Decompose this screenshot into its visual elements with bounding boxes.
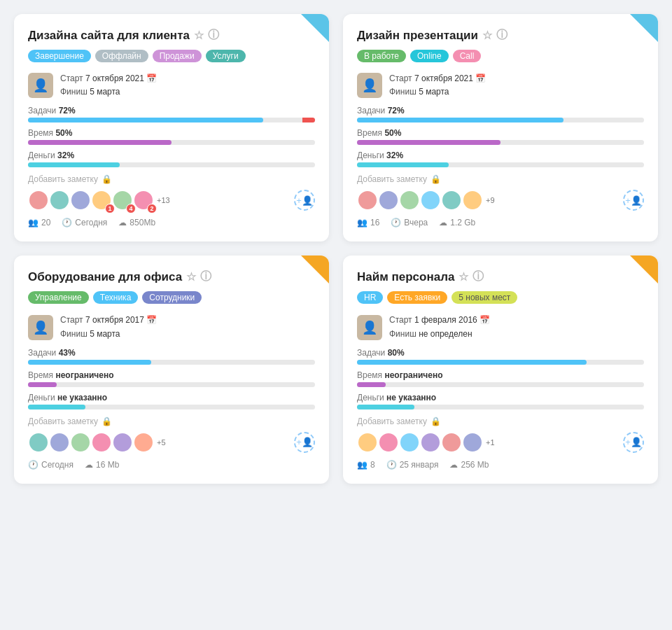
star-icon[interactable]: ☆	[458, 270, 468, 284]
note-row[interactable]: Добавить заметку 🔒	[357, 416, 644, 426]
project-card-card1: Дизайна сайта для клиента ☆ ⓘЗавершениеО…	[14, 14, 329, 241]
time-label: Время неограничено	[357, 370, 644, 380]
members-num: 16	[370, 218, 379, 227]
storage-footer: ☁ 16 Mb	[85, 460, 119, 470]
money-stat: Деньги 32%	[357, 150, 644, 167]
member-avatar[interactable]	[441, 190, 462, 211]
tag[interactable]: 5 новых мест	[451, 291, 517, 304]
lock-icon: 🔒	[102, 416, 112, 426]
avatar-wrapper	[378, 190, 399, 211]
title-text: Дизайна сайта для клиента	[28, 29, 190, 43]
time-footer: 🕐 25 января	[386, 460, 439, 470]
note-row[interactable]: Добавить заметку 🔒	[357, 174, 644, 184]
time-ago: 25 января	[400, 460, 439, 470]
tasks-stat: Задачи 72%	[28, 106, 315, 122]
tag[interactable]: Техника	[93, 291, 139, 304]
tag[interactable]: Услуги	[206, 50, 246, 62]
tag-list: HRЕсть заявки5 новых мест	[357, 291, 644, 304]
tasks-progress-fill	[28, 118, 263, 122]
member-avatar[interactable]	[49, 190, 70, 211]
member-avatar[interactable]	[462, 432, 483, 453]
note-text: Добавить заметку	[28, 174, 98, 184]
tasks-label: Задачи 43%	[28, 348, 315, 358]
people-icon: 👥	[357, 218, 368, 227]
card-footer: 👥 8 🕐 25 января ☁ 256 Mb	[357, 460, 644, 470]
tag[interactable]: Завершение	[28, 50, 91, 62]
add-member-button[interactable]: +👤	[294, 190, 315, 211]
add-member-button[interactable]: +👤	[623, 190, 644, 211]
members-num: 20	[41, 218, 50, 227]
member-avatar[interactable]	[441, 432, 462, 453]
member-avatar[interactable]	[357, 432, 378, 453]
member-avatar[interactable]	[420, 432, 441, 453]
tasks-progress-bg	[357, 360, 644, 365]
add-member-button[interactable]: +👤	[294, 432, 315, 453]
member-avatar[interactable]	[378, 190, 399, 211]
tag[interactable]: Online	[410, 50, 449, 62]
money-progress-fill	[357, 162, 449, 167]
member-avatar[interactable]	[133, 432, 154, 453]
tag[interactable]: Управление	[28, 291, 89, 304]
avatar-group: +5	[28, 432, 166, 453]
avatar-count: +1	[486, 438, 495, 447]
tag[interactable]: HR	[357, 291, 383, 304]
member-avatar[interactable]	[399, 432, 420, 453]
clock-icon: 🕐	[391, 218, 401, 227]
member-avatar[interactable]	[357, 190, 378, 211]
tasks-stat: Задачи 72%	[357, 106, 644, 122]
tasks-overflow	[302, 118, 315, 122]
start-date: 7 октября 2021	[85, 74, 144, 83]
time-stat: Время 50%	[28, 128, 315, 145]
tag[interactable]: В работе	[357, 50, 406, 62]
member-avatar[interactable]	[91, 432, 112, 453]
end-date: 5 марта	[419, 87, 449, 97]
member-avatar[interactable]	[462, 190, 483, 211]
money-stat: Деньги не указанно	[357, 393, 644, 410]
member-avatar[interactable]	[378, 432, 399, 453]
project-card-card4: Найм персонала ☆ ⓘHRЕсть заявки5 новых м…	[343, 255, 658, 483]
storage-size: 16 Mb	[96, 460, 119, 470]
tasks-label: Задачи 72%	[357, 106, 644, 115]
people-icon: 👥	[28, 218, 38, 227]
member-avatar[interactable]	[420, 190, 441, 211]
avatar-wrapper	[462, 190, 483, 211]
note-row[interactable]: Добавить заметку 🔒	[28, 416, 315, 426]
info-icon[interactable]: ⓘ	[200, 270, 211, 284]
info-icon[interactable]: ⓘ	[208, 28, 219, 43]
star-icon[interactable]: ☆	[482, 29, 492, 42]
member-avatar[interactable]	[70, 432, 91, 453]
clock-icon: 🕐	[386, 460, 397, 470]
info-icon[interactable]: ⓘ	[472, 270, 484, 284]
tasks-pct: 43%	[59, 348, 76, 358]
time-ago: Сегодня	[41, 460, 74, 470]
card-footer: 👥 16 🕐 Вчера ☁ 1.2 Gb	[357, 218, 644, 227]
member-avatar[interactable]	[28, 190, 49, 211]
money-progress-fill	[357, 405, 414, 410]
money-pct: не указанно	[386, 393, 436, 402]
member-avatar[interactable]	[49, 432, 70, 453]
note-row[interactable]: Добавить заметку 🔒	[28, 174, 315, 184]
member-avatar[interactable]	[112, 432, 133, 453]
avatar-badge: 2	[147, 204, 157, 214]
member-avatar[interactable]	[70, 190, 91, 211]
tag[interactable]: Call	[453, 50, 482, 62]
member-avatar[interactable]	[399, 190, 420, 211]
tasks-label: Задачи 72%	[28, 106, 315, 115]
star-icon[interactable]: ☆	[194, 29, 204, 42]
member-avatar[interactable]	[28, 432, 49, 453]
cloud-icon: ☁	[439, 218, 447, 227]
money-progress-bg	[28, 162, 315, 167]
avatar-wrapper	[462, 432, 483, 453]
money-progress-fill	[28, 405, 85, 410]
tasks-progress-bg	[28, 118, 315, 122]
avatar-wrapper	[49, 190, 70, 211]
tag[interactable]: Продажи	[153, 50, 202, 62]
star-icon[interactable]: ☆	[186, 270, 196, 284]
tag[interactable]: Оффлайн	[95, 50, 148, 62]
tag[interactable]: Сотрудники	[142, 291, 202, 304]
info-icon[interactable]: ⓘ	[496, 28, 507, 43]
tag[interactable]: Есть заявки	[387, 291, 447, 304]
add-member-button[interactable]: +👤	[623, 432, 644, 453]
time-stat: Время 50%	[357, 128, 644, 145]
note-text: Добавить заметку	[357, 416, 427, 426]
